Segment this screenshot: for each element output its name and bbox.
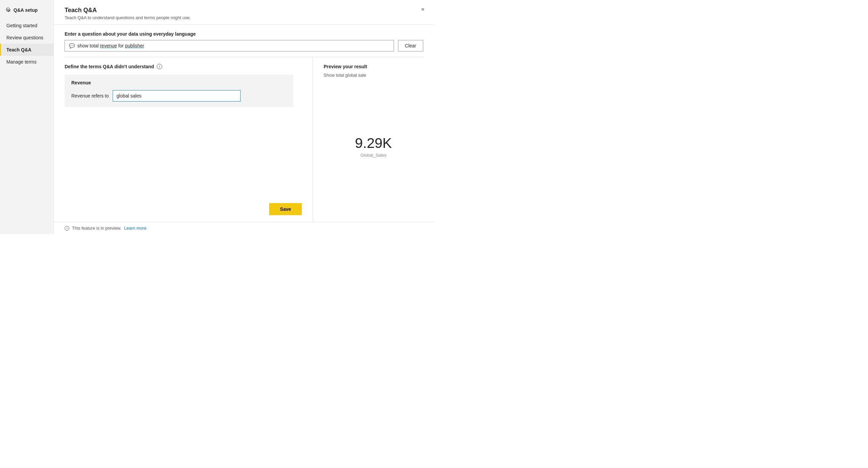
question-input-wrapper[interactable]: 💬 show total revenue for publisher	[65, 40, 394, 52]
left-panel: Define the terms Q&A didn't understand i…	[54, 57, 313, 222]
preview-field-label: Global_Sales	[360, 153, 386, 158]
sidebar-item-getting-started[interactable]: Getting started	[0, 20, 54, 32]
question-input-row: 💬 show total revenue for publisher Clear	[65, 40, 423, 52]
page-title: Teach Q&A	[65, 7, 423, 14]
term-publisher: publisher	[125, 43, 144, 48]
define-title: Define the terms Q&A didn't understand i	[65, 64, 302, 69]
term-revenue: revenue	[100, 43, 117, 48]
term-refers-input[interactable]	[113, 90, 241, 102]
gear-icon	[5, 7, 11, 13]
footer-info-icon: i	[65, 226, 69, 231]
clear-button[interactable]: Clear	[398, 40, 423, 52]
term-refers-label: Revenue refers to	[71, 93, 108, 99]
sidebar-item-review-questions[interactable]: Review questions	[0, 32, 54, 44]
main-header: Teach Q&A Teach Q&A to understand questi…	[54, 0, 434, 25]
term-row: Revenue refers to	[71, 90, 287, 102]
sidebar: Q&A setup Getting started Review questio…	[0, 0, 54, 234]
question-text: show total revenue for publisher	[78, 43, 144, 48]
preview-title: Preview your result	[324, 64, 423, 69]
preview-subtitle: Show total global sale	[324, 73, 423, 78]
right-panel: Preview your result Show total global sa…	[313, 57, 434, 222]
content-area: Define the terms Q&A didn't understand i…	[54, 57, 434, 222]
sidebar-header: Q&A setup	[0, 3, 54, 20]
chat-icon: 💬	[69, 43, 75, 48]
main-footer: i This feature is in preview. Learn more	[54, 222, 434, 234]
page-subtitle: Teach Q&A to understand questions and te…	[65, 15, 423, 20]
footer-text: This feature is in preview.	[72, 226, 121, 231]
preview-big-number: 9.29K	[355, 135, 392, 151]
term-card: Revenue Revenue refers to	[65, 75, 293, 107]
question-section: Enter a question about your data using e…	[54, 25, 434, 52]
question-label: Enter a question about your data using e…	[65, 31, 423, 37]
term-name: Revenue	[71, 80, 287, 86]
sidebar-item-teach-qa[interactable]: Teach Q&A	[0, 44, 54, 56]
define-info-icon[interactable]: i	[157, 64, 162, 69]
main-content: × Teach Q&A Teach Q&A to understand ques…	[54, 0, 434, 234]
close-button[interactable]: ×	[418, 5, 427, 14]
preview-value-area: 9.29K Global_Sales	[324, 78, 423, 215]
sidebar-title: Q&A setup	[13, 7, 38, 13]
sidebar-item-manage-terms[interactable]: Manage terms	[0, 56, 54, 68]
save-area: Save	[65, 198, 302, 215]
learn-more-link[interactable]: Learn more	[124, 226, 146, 231]
save-button[interactable]: Save	[269, 203, 302, 215]
